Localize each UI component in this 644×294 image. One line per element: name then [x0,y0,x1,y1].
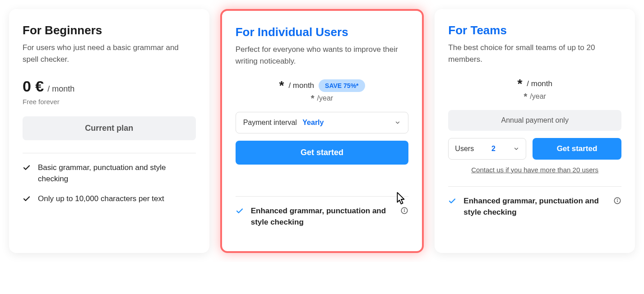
feature-item: Only up to 10,000 characters per text [23,193,196,205]
info-icon[interactable] [400,207,408,215]
users-select[interactable]: Users 2 [448,138,526,160]
price-period-beginner: / month [47,84,74,94]
payment-interval-select[interactable]: Payment interval Yearly [236,112,409,133]
feature-item: Enhanced grammar, punctuation and style … [448,196,621,218]
price-block-individual: * / month SAVE 75%* * /year [236,79,409,103]
save-badge: SAVE 75%* [319,79,365,92]
price-line-year: * /year [311,94,333,103]
chevron-down-icon [513,146,519,152]
plan-title-beginner: For Beginners [23,23,196,37]
plan-subtitle-beginner: For users who just need a basic grammar … [23,42,196,65]
chevron-down-icon [394,119,401,126]
feature-text: Enhanced grammar, punctuation and style … [463,196,606,218]
info-icon[interactable] [613,197,621,205]
check-icon [23,195,31,203]
plan-card-individual: For Individual Users Perfect for everyon… [220,9,424,253]
divider [23,153,196,153]
price-main-beginner: 0 € [23,78,44,95]
contact-us-link[interactable]: Contact us if you have more than 20 user… [448,166,621,174]
get-started-button-individual[interactable]: Get started [236,141,409,165]
svg-point-5 [617,199,618,200]
check-icon [23,164,31,172]
feature-text: Only up to 10,000 characters per text [38,193,164,205]
price-row-beginner: 0 € / month [23,78,196,95]
plan-subtitle-individual: Perfect for everyone who wants to improv… [236,44,409,67]
feature-text: Enhanced grammar, punctuation and style … [251,206,394,228]
get-started-button-team[interactable]: Get started [533,138,621,160]
price-year-star-team: * [524,92,527,101]
free-note: Free forever [23,98,196,106]
price-star: * [279,79,284,92]
annual-payment-note: Annual payment only [448,110,621,131]
plan-title-individual: For Individual Users [236,25,409,39]
price-block-team: * / month * /year [448,78,621,101]
users-value: 2 [491,145,496,153]
feature-item: Basic grammar, punctuation and style che… [23,162,196,184]
check-icon [448,197,456,205]
plan-card-team: For Teams The best choice for small team… [435,9,635,253]
price-year-period-team: /year [530,92,546,101]
price-star-team: * [517,78,522,90]
feature-text: Basic grammar, punctuation and style che… [38,162,196,184]
interval-value: Yearly [302,119,324,126]
divider [448,186,621,187]
feature-item: Enhanced grammar, punctuation and style … [236,206,409,228]
price-line-month-team: * / month [517,78,552,90]
team-controls-row: Users 2 Get started [448,138,621,160]
divider [236,196,409,197]
current-plan-button: Current plan [23,116,196,140]
price-year-period: /year [317,94,334,102]
price-line-year-team: * /year [524,92,546,101]
check-icon [236,207,244,215]
plan-subtitle-team: The best choice for small teams of up to… [448,42,621,65]
users-label: Users [455,145,474,153]
pricing-container: For Beginners For users who just need a … [9,9,635,253]
price-period-team: / month [527,79,552,88]
price-period-individual: / month [288,81,314,90]
price-line-month: * / month SAVE 75%* [279,79,365,92]
interval-label: Payment interval [243,119,297,126]
plan-title-team: For Teams [448,23,621,37]
price-year-star: * [311,94,315,103]
plan-card-beginner: For Beginners For users who just need a … [9,9,209,253]
svg-point-2 [404,209,405,210]
